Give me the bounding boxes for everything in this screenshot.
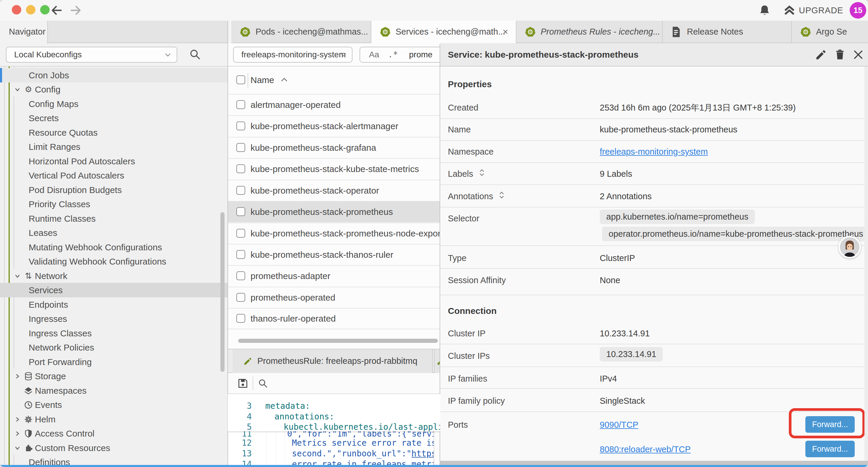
notification-badge[interactable]: 15 (850, 2, 866, 19)
minimize-window-button[interactable] (26, 5, 35, 14)
tab-pods[interactable]: Pods - icecheng@mathmas... (231, 21, 371, 42)
sidebar-scrollbar[interactable] (220, 212, 224, 372)
port-link-8080[interactable]: 8080:reloader-web/TCP (600, 444, 691, 455)
yaml-editor[interactable]: 11 0","for":"1m","labels":{"service":"f … (228, 394, 440, 465)
notifications-bell-icon[interactable] (758, 4, 771, 17)
row-checkbox[interactable] (236, 186, 245, 195)
sidebar-item-resource-quotas[interactable]: Resource Quotas (0, 125, 228, 140)
sidebar-item-config[interactable]: ⚙ Config (0, 82, 228, 97)
search-icon[interactable] (189, 49, 201, 60)
sidebar-item-config-maps[interactable]: Config Maps (0, 97, 228, 111)
updown-arrows-icon: ⇅ (24, 271, 33, 281)
column-header-name[interactable]: Name (251, 75, 288, 85)
table-row[interactable]: kube-prometheus-stack-alertmanager (228, 115, 440, 137)
sidebar-item-mutating-webhook-configurations[interactable]: Mutating Webhook Configurations (0, 240, 228, 255)
kubernetes-icon (800, 26, 811, 37)
close-icon[interactable] (852, 49, 864, 61)
sidebar-item-services[interactable]: Services (0, 283, 228, 297)
delete-trash-icon[interactable] (834, 49, 846, 61)
close-window-button[interactable] (12, 5, 21, 14)
forward-icon[interactable] (69, 4, 82, 17)
forward-button-9090[interactable]: Forward... (805, 416, 855, 433)
edit-pencil-icon (243, 356, 253, 366)
table-row-selected[interactable]: kube-prometheus-stack-prometheus (228, 201, 440, 222)
table-row[interactable]: kube-prometheus-stack-grafana (228, 137, 440, 158)
sidebar-item-label: Namespaces (35, 386, 87, 396)
row-checkbox[interactable] (236, 250, 245, 259)
database-icon (24, 372, 33, 381)
yaml-text: Metrics service error rate is {{ $va (292, 438, 440, 448)
sidebar-item-cron-jobs[interactable]: Cron Jobs (0, 68, 228, 83)
sidebar-item-priority-classes[interactable]: Priority Classes (0, 197, 228, 211)
edit-pencil-icon[interactable] (815, 49, 827, 61)
table-row[interactable]: prometheus-operated (228, 287, 440, 308)
save-icon[interactable] (237, 378, 248, 389)
match-case-icon[interactable]: Aa (369, 50, 379, 59)
sidebar-item-helm[interactable]: Helm (0, 412, 228, 427)
sidebar-item-vertical-pod-autoscalers[interactable]: Vertical Pod Autoscalers (0, 168, 228, 183)
details-scrollbar[interactable] (864, 66, 868, 461)
horizontal-scrollbar[interactable] (238, 339, 438, 343)
table-row[interactable]: alertmanager-operated (228, 94, 440, 115)
close-tab-icon[interactable]: × (502, 21, 508, 42)
table-row[interactable]: kube-prometheus-stack-operator (228, 180, 440, 201)
sidebar-item-limit-ranges[interactable]: Limit Ranges (0, 140, 228, 154)
sidebar-item-endpoints[interactable]: Endpoints (0, 297, 228, 312)
sidebar-item-secrets[interactable]: Secrets (0, 111, 228, 125)
row-checkbox[interactable] (236, 314, 245, 323)
table-row[interactable]: kube-prometheus-stack-prometheus-node-ex… (228, 223, 440, 244)
editor-search-icon[interactable] (258, 378, 268, 388)
sidebar-item-ingresses[interactable]: Ingresses (0, 312, 228, 326)
row-checkbox[interactable] (236, 164, 245, 173)
select-all-checkbox[interactable] (236, 76, 245, 84)
table-row[interactable]: prometheus-adapter (228, 265, 440, 286)
sidebar-item-validating-webhook-configurations[interactable]: Validating Webhook Configurations (0, 254, 228, 269)
back-icon[interactable] (50, 4, 63, 17)
row-checkbox[interactable] (236, 293, 245, 302)
details-horizontal-scrollbar[interactable] (440, 461, 868, 465)
row-checkbox[interactable] (236, 121, 245, 130)
sidebar-item-events[interactable]: Events (0, 398, 228, 412)
upgrade-icon[interactable] (783, 4, 796, 18)
sidebar-item-storage[interactable]: Storage (0, 369, 228, 383)
row-checkbox[interactable] (236, 143, 245, 152)
zoom-window-button[interactable] (40, 5, 50, 14)
sidebar-item-ingress-classes[interactable]: Ingress Classes (0, 326, 228, 341)
ip-family-policy-label: IP family policy (448, 396, 505, 406)
sidebar-item-network[interactable]: ⇅ Network (0, 269, 228, 283)
forward-button-8080[interactable]: Forward... (805, 441, 855, 457)
puzzle-icon (24, 443, 33, 453)
tab-prometheus-rules[interactable]: Prometheus Rules - icecheng... (517, 21, 663, 42)
sidebar-item-pod-disruption-budgets[interactable]: Pod Disruption Budgets (0, 183, 228, 197)
upgrade-label[interactable]: UPGRADE (799, 0, 843, 21)
row-checkbox[interactable] (236, 100, 245, 109)
namespace-link[interactable]: freeleaps-monitoring-system (600, 146, 708, 157)
table-row[interactable]: kube-prometheus-stack-thanos-ruler (228, 244, 440, 265)
sidebar-item-access-control[interactable]: Access Control (0, 426, 228, 441)
expand-collapse-icon[interactable] (498, 191, 505, 199)
row-checkbox[interactable] (236, 207, 245, 216)
sidebar-item-network-policies[interactable]: Network Policies (0, 340, 228, 355)
sidebar-item-custom-resources[interactable]: Custom Resources (0, 441, 228, 455)
sidebar-item-horizontal-pod-autoscalers[interactable]: Horizontal Pod Autoscalers (0, 154, 228, 169)
sidebar-item-port-forwarding[interactable]: Port Forwarding (0, 355, 228, 369)
tab-navigator[interactable]: Navigator (0, 21, 48, 44)
row-checkbox[interactable] (236, 229, 245, 238)
sidebar-item-runtime-classes[interactable]: Runtime Classes (0, 211, 228, 226)
regex-icon[interactable]: .* (388, 50, 398, 59)
tab-argo[interactable]: Argo Se (792, 21, 868, 42)
expand-collapse-icon[interactable] (478, 169, 485, 177)
namespace-filter-select[interactable]: freeleaps-monitoring-system (233, 47, 352, 63)
tab-release-notes[interactable]: Release Notes (663, 21, 792, 42)
kubeconfig-selector[interactable]: Local Kubeconfigs (6, 47, 177, 63)
sidebar-item-namespaces[interactable]: Namespaces (0, 383, 228, 398)
search-input[interactable]: Aa .* prome (360, 47, 448, 63)
sidebar-item-leases[interactable]: Leases (0, 226, 228, 240)
port-link-9090[interactable]: 9090/TCP (600, 419, 639, 430)
avatar[interactable] (838, 236, 861, 258)
tab-services[interactable]: Services - icecheng@math... × (371, 21, 517, 44)
row-checkbox[interactable] (236, 271, 245, 280)
table-row[interactable]: thanos-ruler-operated (228, 308, 440, 329)
table-row[interactable]: kube-prometheus-stack-kube-state-metrics (228, 158, 440, 179)
editor-tab-prometheusrule[interactable]: PrometheusRule: freeleaps-prod-rabbitmq (232, 349, 433, 373)
